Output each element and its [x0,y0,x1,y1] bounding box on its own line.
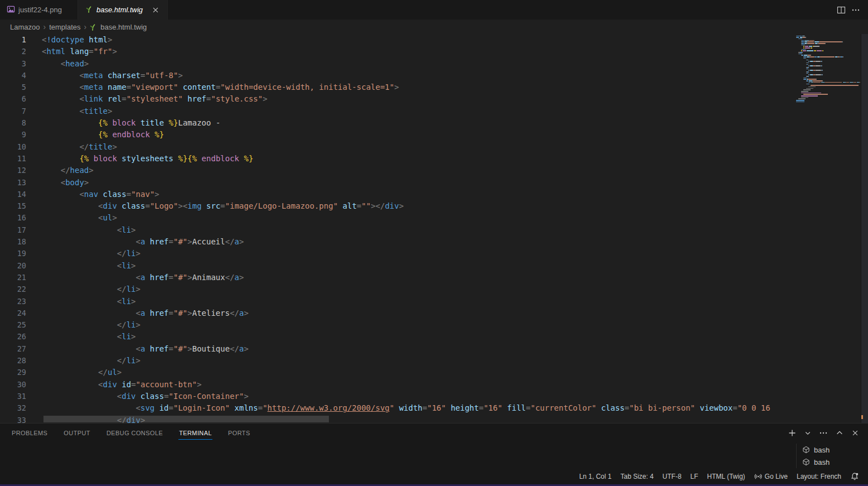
code-line[interactable]: 22</li> [0,283,796,295]
split-editor-icon[interactable] [837,6,846,15]
code-line[interactable]: 11{% block stylesheets %}{% endblock %} [0,153,796,165]
code-line[interactable]: 7<title> [0,105,796,117]
close-icon[interactable] [151,5,161,15]
new-terminal-icon[interactable] [788,429,797,437]
panel-tabs: PROBLEMSOUTPUTDEBUG CONSOLETERMINALPORTS [11,426,266,440]
line-content: <a href="#">Animaux</a> [26,272,244,283]
line-number: 33 [0,415,26,424]
editor-tab[interactable]: justif22-4.png [0,0,78,20]
code-line[interactable]: 25</li> [0,319,796,331]
code-line[interactable]: 32<svg id="Login-Icon" xmlns="http://www… [0,402,796,414]
editor-tab-bar: justif22-4.pngbase.html.twig [0,0,868,20]
line-content: <link rel="stylesheet" href="style.css"> [26,93,268,105]
code-line[interactable]: 4<meta charset="utf-8"> [0,70,796,81]
code-line[interactable]: 30<div id="account-btn"> [0,379,796,391]
code-line[interactable]: 9{% endblock %} [0,129,796,141]
editor-tab[interactable]: base.html.twig [78,0,168,20]
panel-tab-terminal[interactable]: TERMINAL [178,426,212,440]
code-line[interactable]: 14<nav class="nav"> [0,189,796,200]
status-label: UTF-8 [662,473,681,480]
status-notifications[interactable] [846,470,864,483]
code-line[interactable]: 16<ul> [0,212,796,224]
code-line[interactable]: 17<li> [0,224,796,236]
line-content: </ul> [26,367,122,378]
code-line[interactable]: 18<a href="#">Accueil</a> [0,236,796,248]
code-line[interactable]: 23<li> [0,296,796,307]
status-language-mode[interactable]: HTML (Twig) [702,470,749,483]
horizontal-scrollbar[interactable] [43,416,329,422]
code-line[interactable]: 6<link rel="stylesheet" href="style.css"… [0,93,796,105]
code-line[interactable]: 28</li> [0,355,796,367]
code-line[interactable]: 12</head> [0,165,796,176]
code-line[interactable]: 20<li> [0,260,796,272]
line-content: <head> [26,58,89,70]
code-line[interactable]: 5<meta name="viewport" content="width=de… [0,81,796,93]
status-go-live[interactable]: Go Live [750,470,792,483]
status-label: LF [690,473,698,480]
status-indentation[interactable]: Tab Size: 4 [616,470,658,483]
panel-tab-output[interactable]: OUTPUT [63,426,91,440]
panel-tab-debug-console[interactable]: DEBUG CONSOLE [106,426,163,440]
line-content: <div id="account-btn"> [26,379,202,391]
code-line[interactable]: 3<head> [0,58,796,70]
code-line[interactable]: 29</ul> [0,367,796,378]
terminal-label: bash [814,446,830,454]
line-content: </li> [26,319,140,331]
status-cursor-position[interactable]: Ln 1, Col 1 [575,470,616,483]
chevron-up-icon[interactable] [836,429,843,437]
line-content: </li> [26,248,140,259]
breadcrumb-item[interactable]: Lamazoo [10,23,40,31]
line-content: <div class="Logo"><img src="image/Logo-L… [26,200,404,212]
line-content: <meta name="viewport" content="width=dev… [26,81,399,93]
twig-icon [89,23,97,31]
line-number: 30 [0,379,26,391]
code-area[interactable]: 1<!doctype html>2<html lang="fr">3<head>… [0,34,796,423]
terminal-tab[interactable]: bash [797,456,868,468]
line-number: 3 [0,58,26,70]
line-content: <body> [26,177,89,189]
line-number: 24 [0,307,26,319]
code-line[interactable]: 24<a href="#">Ateliers</a> [0,307,796,319]
terminal-tab[interactable]: bash [797,444,868,456]
code-line[interactable]: 26<li> [0,331,796,343]
close-icon[interactable] [851,429,859,437]
line-content: <li> [26,260,136,272]
code-line[interactable]: 10</title> [0,141,796,153]
line-content: </li> [26,283,140,295]
more-icon[interactable] [851,6,860,15]
minimap-line [796,101,860,103]
code-line[interactable]: 21<a href="#">Animaux</a> [0,272,796,283]
code-line[interactable]: 1<!doctype html> [0,34,796,46]
breadcrumb-item[interactable]: base.html.twig [100,23,147,31]
chevron-down-icon[interactable] [804,430,811,436]
code-line[interactable]: 27<a href="#">Boutique</a> [0,343,796,355]
line-content: <a href="#">Boutique</a> [26,343,249,355]
code-line[interactable]: 15<div class="Logo"><img src="image/Logo… [0,200,796,212]
breadcrumb-item[interactable]: templates [49,23,80,31]
terminal-label: bash [814,458,830,466]
bash-icon [802,458,810,466]
panel-tab-ports[interactable]: PORTS [227,426,251,440]
code-line[interactable]: 19</li> [0,248,796,259]
status-eol[interactable]: LF [686,470,702,483]
status-keyboard-layout[interactable]: Layout: French [792,470,846,483]
line-content: </title> [26,141,117,153]
line-content: <meta charset="utf-8"> [26,70,183,81]
minimap[interactable] [796,34,860,423]
line-number: 19 [0,248,26,259]
code-editor[interactable]: 1<!doctype html>2<html lang="fr">3<head>… [0,34,868,423]
line-number: 29 [0,367,26,378]
panel-tab-problems[interactable]: PROBLEMS [11,426,48,440]
code-line[interactable]: 13<body> [0,177,796,189]
code-line[interactable]: 2<html lang="fr"> [0,46,796,57]
line-number: 17 [0,224,26,236]
code-line[interactable]: 8{% block title %}Lamazoo - [0,117,796,129]
code-line[interactable]: 31<div class="Icon-Container"> [0,391,796,402]
vertical-scrollbar[interactable] [861,34,868,423]
line-number: 6 [0,93,26,105]
line-content: </head> [26,165,94,176]
line-number: 28 [0,355,26,367]
more-icon[interactable] [819,429,828,437]
line-content: <nav class="nav"> [26,189,159,200]
status-encoding[interactable]: UTF-8 [658,470,686,483]
